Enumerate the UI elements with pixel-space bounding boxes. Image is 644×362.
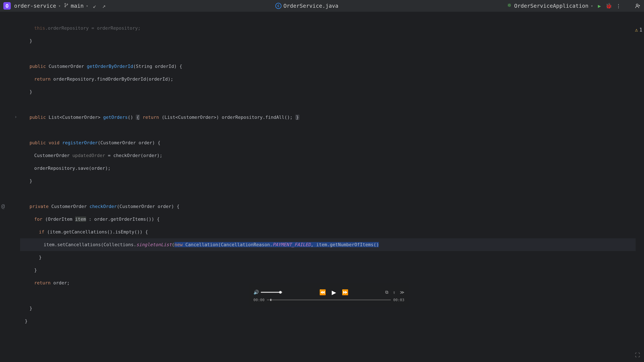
volume-slider[interactable] (261, 292, 282, 293)
svg-point-3 (508, 4, 510, 6)
volume-icon: 🔊 (254, 290, 259, 295)
run-config-label: OrderServiceApplication (514, 3, 588, 9)
annotation-icon[interactable]: @ (1, 203, 5, 210)
code-content[interactable]: this.orderRepository = orderRepository; … (20, 12, 636, 362)
more-vertical-icon[interactable]: ⋮ (615, 3, 621, 9)
svg-point-2 (67, 4, 68, 5)
svg-point-4 (636, 4, 638, 6)
java-class-icon: C (276, 3, 282, 9)
more-icon[interactable]: ≫ (400, 290, 404, 295)
share-icon[interactable]: ⇪ (393, 290, 396, 295)
project-selector[interactable]: order-service ▾ (14, 3, 61, 9)
chevron-down-icon: ▾ (591, 4, 593, 8)
chevron-down-icon: ▾ (86, 4, 88, 8)
editor-area[interactable]: › 💡 @ ⚠ 1 this.orderRepository = orderRe… (0, 12, 644, 362)
pip-icon[interactable]: ⧉ (385, 290, 388, 295)
time-total: 00:03 (393, 298, 404, 302)
project-badge[interactable]: O (3, 2, 11, 9)
warning-count: 1 (639, 27, 642, 33)
add-user-icon[interactable] (634, 3, 641, 9)
project-name: order-service (14, 3, 56, 9)
inspection-summary[interactable]: ⚠ 1 (635, 27, 642, 33)
file-tab-label: OrderService.java (284, 3, 338, 9)
bug-icon[interactable]: 🐞 (606, 3, 612, 9)
forward-button[interactable]: ⏩ (342, 289, 348, 296)
rewind-button[interactable]: ⏪ (319, 289, 326, 296)
branch-name: main (71, 3, 84, 9)
outgoing-arrow-icon[interactable]: ↗ (101, 3, 107, 9)
incoming-arrow-icon[interactable]: ↙ (92, 3, 98, 9)
fold-expand-icon[interactable]: › (14, 114, 17, 119)
run-config-icon (507, 3, 512, 9)
fullscreen-icon[interactable]: ⛶ (635, 352, 640, 358)
file-tab[interactable]: C OrderService.java (276, 3, 338, 9)
chevron-down-icon: ▾ (58, 4, 60, 8)
media-player-overlay: 🔊 ⏪ ▶ ⏩ ⧉ ⇪ ≫ 00:00 00:03 (249, 283, 409, 307)
play-button[interactable]: ▶ (332, 288, 336, 297)
git-branch-icon (64, 3, 68, 9)
branch-selector[interactable]: main ▾ (64, 3, 88, 9)
time-current: 00:00 (254, 298, 264, 302)
seek-bar[interactable] (267, 300, 391, 300)
gutter[interactable]: › 💡 @ (0, 12, 20, 362)
play-icon[interactable]: ▶ (596, 3, 602, 9)
top-toolbar: O order-service ▾ main ▾ ↙ ↗ C OrderServ… (0, 0, 644, 12)
run-config-selector[interactable]: OrderServiceApplication ▾ (507, 3, 593, 9)
svg-point-0 (64, 3, 66, 4)
svg-point-1 (64, 6, 66, 7)
volume-control[interactable]: 🔊 (254, 290, 282, 295)
